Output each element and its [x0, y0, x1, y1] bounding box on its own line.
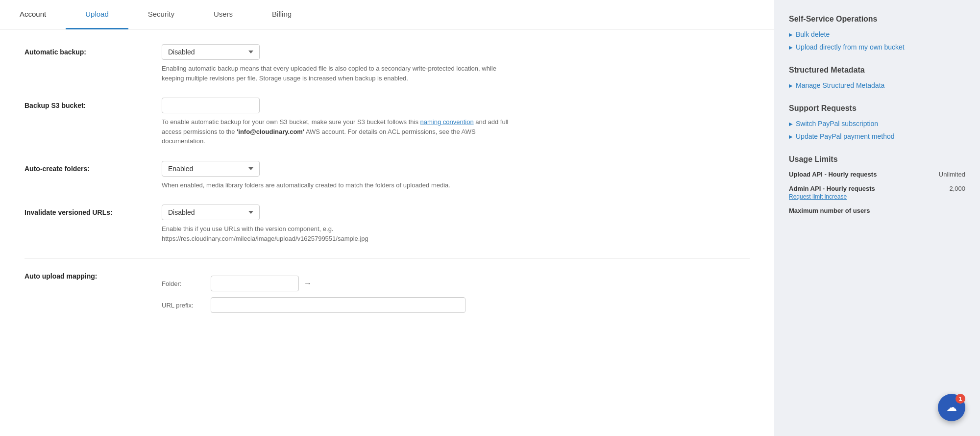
upload-api-label-col: Upload API - Hourly requests: [789, 171, 939, 178]
float-support-button[interactable]: ☁ 1: [938, 394, 965, 421]
admin-api-label-col: Admin API - Hourly requests Request limi…: [789, 185, 949, 200]
self-service-title: Self-Service Operations: [789, 15, 965, 24]
tab-account[interactable]: Account: [0, 0, 66, 29]
backup-s3-input[interactable]: [162, 98, 260, 113]
sidebar: Self-Service Operations ▶ Bulk delete ▶ …: [774, 0, 980, 436]
switch-paypal-label: Switch PayPal subscription: [796, 120, 878, 128]
manage-structured-metadata-arrow-icon: ▶: [789, 83, 793, 88]
auto-create-folders-label: Auto-create folders:: [24, 161, 162, 173]
invalidate-urls-select[interactable]: Disabled Enabled: [162, 205, 260, 220]
tab-billing[interactable]: Billing: [252, 0, 311, 29]
main-content: Account Upload Security Users Billing Au…: [0, 0, 774, 436]
update-paypal-link[interactable]: ▶ Update PayPal payment method: [789, 132, 965, 140]
auto-upload-content: Folder: → URL prefix:: [162, 276, 750, 319]
max-users-row: Maximum number of users: [789, 207, 965, 214]
float-support-icon: ☁: [946, 401, 957, 414]
folder-input[interactable]: [211, 276, 299, 291]
upload-api-row: Upload API - Hourly requests Unlimited: [789, 171, 965, 178]
tab-users[interactable]: Users: [194, 0, 252, 29]
upload-api-label: Upload API - Hourly requests: [789, 171, 939, 178]
max-users-label: Maximum number of users: [789, 207, 965, 214]
tab-security[interactable]: Security: [128, 0, 194, 29]
backup-s3-description: To enable automatic backup for your own …: [162, 117, 514, 146]
automatic-backup-content: Disabled Enabled Enabling automatic back…: [162, 44, 750, 83]
automatic-backup-label: Automatic backup:: [24, 44, 162, 56]
auto-create-folders-content: Enabled Disabled When enabled, media lib…: [162, 161, 750, 190]
content-area: Automatic backup: Disabled Enabled Enabl…: [0, 29, 774, 436]
usage-limits-section: Usage Limits Upload API - Hourly request…: [789, 155, 965, 214]
naming-convention-link[interactable]: naming convention: [420, 118, 474, 126]
folder-label: Folder:: [162, 280, 211, 287]
admin-api-label: Admin API - Hourly requests: [789, 185, 949, 192]
tab-bar: Account Upload Security Users Billing: [0, 0, 774, 29]
structured-metadata-section: Structured Metadata ▶ Manage Structured …: [789, 66, 965, 89]
invalidate-urls-label: Invalidate versioned URLs:: [24, 205, 162, 216]
backup-s3-row: Backup S3 bucket: To enable automatic ba…: [24, 98, 750, 146]
auto-upload-row: Auto upload mapping: Folder: → URL prefi…: [24, 258, 750, 319]
support-requests-title: Support Requests: [789, 104, 965, 113]
backup-s3-label: Backup S3 bucket:: [24, 98, 162, 109]
upload-api-value: Unlimited: [939, 171, 965, 178]
folder-row: Folder: →: [162, 276, 750, 291]
auto-create-folders-description: When enabled, media library folders are …: [162, 180, 514, 190]
backup-s3-email: 'info@cloudinary.com': [237, 128, 304, 135]
upload-from-bucket-link[interactable]: ▶ Upload directly from my own bucket: [789, 43, 965, 51]
self-service-section: Self-Service Operations ▶ Bulk delete ▶ …: [789, 15, 965, 51]
bulk-delete-link[interactable]: ▶ Bulk delete: [789, 30, 965, 38]
url-prefix-row: URL prefix:: [162, 297, 750, 313]
url-prefix-input[interactable]: [211, 297, 466, 313]
update-paypal-label: Update PayPal payment method: [796, 132, 895, 140]
automatic-backup-row: Automatic backup: Disabled Enabled Enabl…: [24, 44, 750, 83]
url-prefix-label: URL prefix:: [162, 302, 211, 309]
manage-structured-metadata-label: Manage Structured Metadata: [796, 81, 884, 89]
auto-create-folders-row: Auto-create folders: Enabled Disabled Wh…: [24, 161, 750, 190]
manage-structured-metadata-link[interactable]: ▶ Manage Structured Metadata: [789, 81, 965, 89]
arrow-icon: →: [304, 279, 312, 288]
switch-paypal-arrow-icon: ▶: [789, 121, 793, 127]
tab-upload[interactable]: Upload: [66, 0, 128, 29]
bulk-delete-label: Bulk delete: [796, 30, 830, 38]
invalidate-urls-content: Disabled Enabled Enable this if you use …: [162, 205, 750, 243]
bulk-delete-arrow-icon: ▶: [789, 32, 793, 37]
backup-s3-content: To enable automatic backup for your own …: [162, 98, 750, 146]
structured-metadata-title: Structured Metadata: [789, 66, 965, 75]
backup-s3-desc-part1: To enable automatic backup for your own …: [162, 118, 420, 126]
invalidate-urls-description: Enable this if you use URLs with the ver…: [162, 224, 514, 243]
max-users-label-col: Maximum number of users: [789, 207, 965, 214]
request-limit-increase-link[interactable]: Request limit increase: [789, 193, 847, 200]
upload-from-bucket-arrow-icon: ▶: [789, 45, 793, 50]
automatic-backup-select[interactable]: Disabled Enabled: [162, 44, 260, 60]
auto-upload-label: Auto upload mapping:: [24, 268, 162, 280]
automatic-backup-description: Enabling automatic backup means that eve…: [162, 64, 514, 83]
switch-paypal-link[interactable]: ▶ Switch PayPal subscription: [789, 120, 965, 128]
admin-api-row: Admin API - Hourly requests Request limi…: [789, 185, 965, 200]
invalidate-urls-row: Invalidate versioned URLs: Disabled Enab…: [24, 205, 750, 243]
update-paypal-arrow-icon: ▶: [789, 134, 793, 139]
usage-limits-title: Usage Limits: [789, 155, 965, 164]
support-requests-section: Support Requests ▶ Switch PayPal subscri…: [789, 104, 965, 140]
admin-api-value: 2,000: [949, 185, 965, 192]
float-support-badge: 1: [956, 394, 965, 404]
auto-create-folders-select[interactable]: Enabled Disabled: [162, 161, 260, 177]
upload-from-bucket-label: Upload directly from my own bucket: [796, 43, 905, 51]
